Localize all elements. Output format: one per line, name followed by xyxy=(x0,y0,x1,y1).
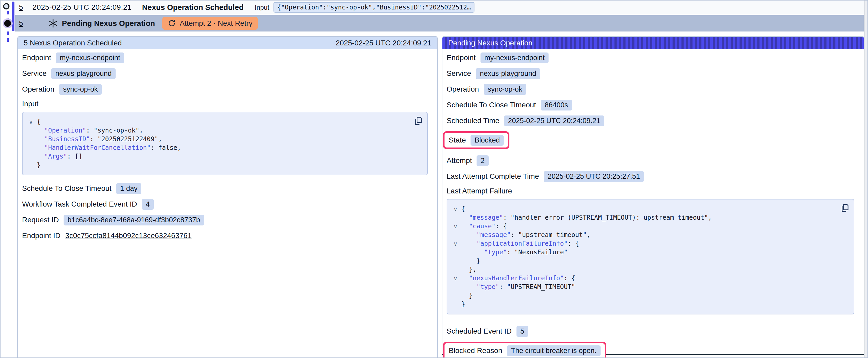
field-request-id: Request ID b1c6a4bc-8ee7-468a-9169-df3b0… xyxy=(22,215,432,225)
code-line: "Operation": "sync-op-ok", xyxy=(28,126,411,135)
scheduled-event-id-chip: 5 xyxy=(517,326,528,337)
code-text: "message": "upstream timeout", xyxy=(461,231,590,239)
request-id-chip: b1c6a4bc-8ee7-468a-9169-df3b02c8737b xyxy=(64,215,204,225)
event-input-preview-chip: {"Operation":"sync-op-ok","BusinessID":"… xyxy=(274,2,474,12)
code-line: "type": "UPSTREAM_TIMEOUT" xyxy=(453,283,838,291)
pending-panel-body: Endpoint my-nexus-endpoint Service nexus… xyxy=(442,50,864,358)
collapse-chevron-icon[interactable]: ∨ xyxy=(453,205,461,214)
timeline-node-pending-icon xyxy=(4,20,11,27)
pending-panel-header: Pending Nexus Operation xyxy=(442,37,864,50)
field-scheduled-event-id: Scheduled Event ID 5 xyxy=(446,326,859,336)
event-detail-label: Input xyxy=(255,4,270,11)
code-line: "Args": [] xyxy=(28,152,411,161)
event-id-link[interactable]: 5 xyxy=(19,3,23,11)
code-gutter xyxy=(453,214,461,222)
operation-chip: sync-op-ok xyxy=(484,84,526,95)
code-text: } xyxy=(37,161,40,169)
code-text: "nexusHandlerFailureInfo": { xyxy=(461,274,575,283)
field-operation: Operation sync-op-ok xyxy=(22,84,432,95)
panel-timestamp: 2025-02-25 UTC 20:24:09.21 xyxy=(336,39,431,47)
endpoint-chip: my-nexus-endpoint xyxy=(56,53,124,63)
collapse-chevron-icon[interactable]: ∨ xyxy=(28,118,37,126)
event-row-scheduled[interactable]: 5 2025-02-25 UTC 20:24:09.21 Nexus Opera… xyxy=(15,1,864,14)
code-gutter xyxy=(28,161,37,169)
field-state: State Blocked xyxy=(449,135,504,145)
code-gutter xyxy=(28,126,37,135)
panel-title: 5 Nexus Operation Scheduled xyxy=(24,39,122,47)
code-text: "applicationFailureInfo": { xyxy=(461,239,579,248)
code-gutter xyxy=(28,135,37,143)
code-text: "type": "NexusFailure" xyxy=(461,248,568,257)
failure-block-label: Last Attempt Failure xyxy=(446,187,859,196)
code-line: ∨ "nexusHandlerFailureInfo": { xyxy=(453,274,838,283)
endpoint-chip: my-nexus-endpoint xyxy=(480,53,549,63)
code-text: "Args": [] xyxy=(37,152,82,161)
code-text: } xyxy=(461,300,465,308)
workflow-event-history-screen: 5 2025-02-25 UTC 20:24:09.21 Nexus Opera… xyxy=(0,0,868,358)
code-gutter xyxy=(453,257,461,265)
code-text: "message": "handler error (UPSTREAM_TIME… xyxy=(461,214,712,222)
copy-icon[interactable] xyxy=(840,203,849,214)
code-gutter xyxy=(453,265,461,274)
code-line: }, xyxy=(453,265,838,274)
code-text: "cause": { xyxy=(461,222,507,231)
code-text: } xyxy=(461,257,480,265)
scheduled-time-chip: 2025-02-25 UTC 20:24:09.21 xyxy=(504,116,604,126)
field-attempt: Attempt 2 xyxy=(446,155,859,166)
panel-title: Pending Nexus Operation xyxy=(448,39,532,47)
code-text: "BusinessID": "20250225122409", xyxy=(37,135,162,143)
code-text: } xyxy=(461,291,473,300)
pending-operation-panel: Pending Nexus Operation Endpoint my-nexu… xyxy=(442,36,864,357)
field-workflow-task-completed-event-id: Workflow Task Completed Event ID 4 xyxy=(22,199,432,209)
field-endpoint: Endpoint my-nexus-endpoint xyxy=(22,53,432,63)
event-row-pending-selected[interactable]: 5 Pending Nexus Operation Attempt 2 · Ne… xyxy=(15,15,864,32)
code-line: ∨{ xyxy=(453,205,838,214)
code-text: }, xyxy=(461,265,476,274)
scrollbar[interactable] xyxy=(864,1,867,357)
field-service: Service nexus-playground xyxy=(22,68,432,79)
last-attempt-time-chip: 2025-02-25 UTC 20:25:27.51 xyxy=(544,171,644,182)
state-highlight-annotation: State Blocked xyxy=(443,131,509,149)
collapse-chevron-icon[interactable]: ∨ xyxy=(453,222,461,231)
code-line: ∨{ xyxy=(28,118,411,126)
code-line: } xyxy=(453,300,838,308)
timeline-dashed-line xyxy=(7,11,9,45)
input-block-label: Input xyxy=(22,100,432,109)
endpoint-id-link[interactable]: 3c0c75ccfa8144b092c13ce632463761 xyxy=(65,231,191,240)
collapse-chevron-icon[interactable]: ∨ xyxy=(453,274,461,283)
field-schedule-to-close-timeout: Schedule To Close Timeout 86400s xyxy=(446,100,859,110)
timeout-chip: 1 day xyxy=(116,183,141,194)
collapse-chevron-icon[interactable]: ∨ xyxy=(453,239,461,248)
attempt-chip: 2 xyxy=(476,155,488,166)
field-service: Service nexus-playground xyxy=(446,68,859,79)
scheduled-panel-header: 5 Nexus Operation Scheduled 2025-02-25 U… xyxy=(18,37,437,50)
code-gutter xyxy=(453,291,461,300)
timeout-chip: 86400s xyxy=(541,100,572,110)
copy-icon[interactable] xyxy=(413,116,423,127)
field-endpoint-id: Endpoint ID 3c0c75ccfa8144b092c13ce63246… xyxy=(22,230,432,241)
code-text: { xyxy=(461,205,465,214)
code-line: "type": "NexusFailure" xyxy=(453,248,838,257)
code-line: } xyxy=(453,257,838,265)
state-chip: Blocked xyxy=(470,135,504,146)
event-id-link[interactable]: 5 xyxy=(19,19,23,28)
field-endpoint: Endpoint my-nexus-endpoint xyxy=(446,53,859,63)
field-scheduled-time: Scheduled Time 2025-02-25 UTC 20:24:09.2… xyxy=(446,116,859,126)
code-gutter xyxy=(453,248,461,257)
retry-badge-label: Attempt 2 · Next Retry xyxy=(180,19,252,28)
code-text: "Operation": "sync-op-ok", xyxy=(37,126,143,135)
code-gutter xyxy=(453,300,461,308)
service-chip: nexus-playground xyxy=(51,68,116,79)
code-text: "type": "UPSTREAM_TIMEOUT" xyxy=(461,283,575,291)
field-operation: Operation sync-op-ok xyxy=(446,84,859,95)
pending-event-title: Pending Nexus Operation xyxy=(62,19,155,28)
code-gutter xyxy=(28,152,37,161)
field-blocked-reason: Blocked Reason The circuit breaker is op… xyxy=(449,346,600,356)
retry-badge: Attempt 2 · Next Retry xyxy=(162,17,258,30)
blocked-reason-highlight-annotation: Blocked Reason The circuit breaker is op… xyxy=(443,342,606,358)
event-group-indicator-bar xyxy=(12,2,14,31)
code-gutter xyxy=(453,231,461,239)
code-text: "HandlerWaitForCancellation": false, xyxy=(37,143,181,152)
pending-asterisk-icon xyxy=(48,19,58,28)
failure-json-block: ∨{ "message": "handler error (UPSTREAM_T… xyxy=(446,199,854,315)
